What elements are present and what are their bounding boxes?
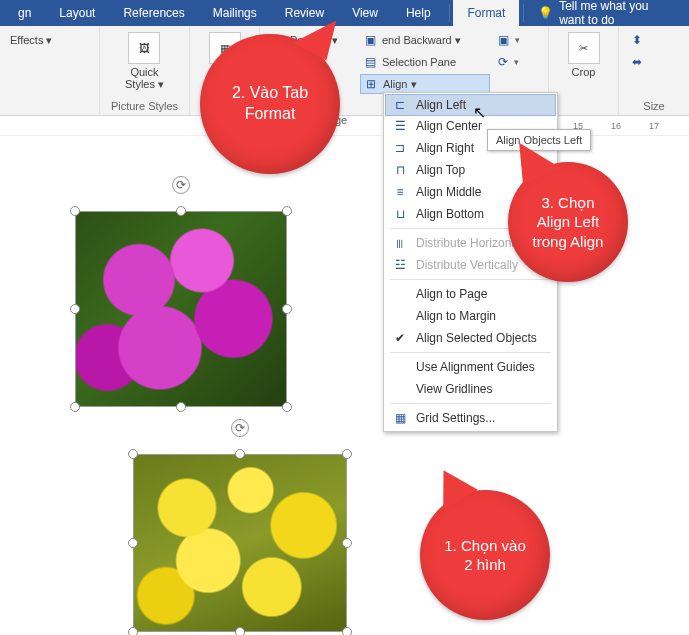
align-left-icon: ⊏	[392, 97, 408, 113]
rotate-icon: ⟳	[498, 54, 508, 70]
picture-effects-button[interactable]: Effects ▾	[8, 30, 54, 50]
menu-align-left[interactable]: ⊏Align Left	[385, 94, 556, 116]
quick-styles-icon: 🖼	[128, 32, 160, 64]
distribute-h-icon: ⫼	[392, 235, 408, 251]
width-icon: ⬌	[629, 54, 645, 70]
resize-handle[interactable]	[70, 206, 80, 216]
rotation-handle[interactable]: ⟳	[231, 419, 249, 437]
resize-handle[interactable]	[342, 449, 352, 459]
resize-handle[interactable]	[70, 304, 80, 314]
annotation-callout-2: 2. Vào Tab Format	[200, 34, 340, 174]
resize-handle[interactable]	[282, 402, 292, 412]
picture-purple-flowers[interactable]: ⟳	[75, 211, 287, 407]
resize-handle[interactable]	[235, 449, 245, 459]
resize-handle[interactable]	[176, 206, 186, 216]
resize-handle[interactable]	[282, 206, 292, 216]
align-icon: ⊞	[363, 76, 379, 92]
grid-icon: ▦	[392, 410, 408, 426]
checkmark-icon: ✔	[392, 331, 408, 345]
tab-layout[interactable]: Layout	[45, 0, 109, 26]
resize-handle[interactable]	[235, 627, 245, 635]
annotation-callout-1: 1. Chọn vào 2 hình	[420, 490, 550, 620]
align-bottom-icon: ⊔	[392, 206, 408, 222]
quick-styles-button[interactable]: 🖼Quick Styles ▾	[121, 30, 168, 93]
distribute-v-icon: ☳	[392, 257, 408, 273]
send-backward-icon: ▣	[362, 32, 378, 48]
mouse-cursor: ↖	[473, 103, 486, 122]
picture-yellow-flowers[interactable]: ⟳	[133, 454, 347, 632]
menu-grid-settings[interactable]: ▦Grid Settings...	[386, 407, 555, 429]
tab-mailings[interactable]: Mailings	[199, 0, 271, 26]
align-top-icon: ⊓	[392, 162, 408, 178]
resize-handle[interactable]	[342, 627, 352, 635]
group-icon: ▣	[498, 32, 509, 48]
resize-handle[interactable]	[342, 538, 352, 548]
selection-pane-icon: ▤	[362, 54, 378, 70]
width-input[interactable]: ⬌	[627, 52, 647, 72]
menu-align-selected-objects[interactable]: ✔Align Selected Objects	[386, 327, 555, 349]
rotation-handle[interactable]: ⟳	[172, 176, 190, 194]
align-right-icon: ⊐	[392, 140, 408, 156]
menu-view-gridlines[interactable]: View Gridlines	[386, 378, 555, 400]
resize-handle[interactable]	[128, 627, 138, 635]
resize-handle[interactable]	[128, 449, 138, 459]
group-label-size: Size	[627, 100, 681, 114]
resize-handle[interactable]	[176, 402, 186, 412]
height-icon: ⬍	[629, 32, 645, 48]
height-input[interactable]: ⬍	[627, 30, 647, 50]
lightbulb-icon: 💡	[538, 6, 553, 20]
crop-icon: ✂	[568, 32, 600, 64]
tab-view[interactable]: View	[338, 0, 392, 26]
rotate-button[interactable]: ⟳▾	[496, 52, 520, 72]
tab-format[interactable]: Format	[453, 0, 519, 26]
resize-handle[interactable]	[70, 402, 80, 412]
ribbon-tabs: gn Layout References Mailings Review Vie…	[0, 0, 689, 26]
tab-help[interactable]: Help	[392, 0, 445, 26]
resize-handle[interactable]	[128, 538, 138, 548]
ribbon: Effects ▾ 🖼Quick Styles ▾ Picture Styles…	[0, 26, 689, 116]
crop-button[interactable]: ✂Crop	[564, 30, 604, 80]
align-center-icon: ☰	[392, 118, 408, 134]
annotation-callout-3: 3. Chọn Align Left trong Align	[508, 162, 628, 282]
menu-align-to-page[interactable]: Align to Page	[386, 283, 555, 305]
align-button[interactable]: ⊞Align ▾	[360, 74, 490, 94]
resize-handle[interactable]	[282, 304, 292, 314]
menu-align-to-margin[interactable]: Align to Margin	[386, 305, 555, 327]
menu-use-alignment-guides[interactable]: Use Alignment Guides	[386, 356, 555, 378]
tell-me-search[interactable]: Tell me what you want to do	[559, 0, 685, 26]
send-backward-button[interactable]: ▣end Backward ▾	[360, 30, 490, 50]
tab-references[interactable]: References	[109, 0, 198, 26]
group-label-picture-styles: Picture Styles	[108, 100, 181, 114]
tab-design[interactable]: gn	[4, 0, 45, 26]
group-button[interactable]: ▣▾	[496, 30, 520, 50]
selection-pane-button[interactable]: ▤Selection Pane	[360, 52, 490, 72]
align-middle-icon: ≡	[392, 184, 408, 200]
